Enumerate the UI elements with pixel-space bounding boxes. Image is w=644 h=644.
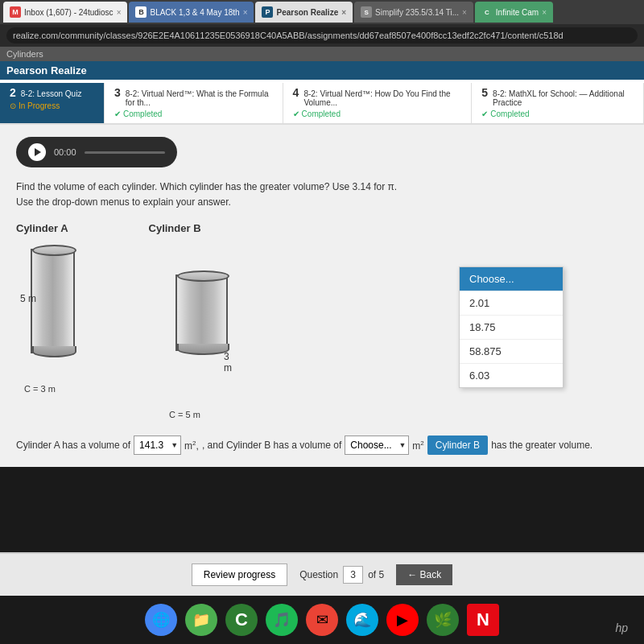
volume-a-select-wrapper[interactable]: 141.3 (134, 436, 181, 455)
answer-middle: , and Cylinder B has a volume of (202, 440, 341, 451)
lesson-tab-2[interactable]: 2 8-2: Lesson Quiz ⊙ In Progress (0, 83, 105, 123)
tab-pearson-label: Pearson Realize (276, 8, 338, 17)
lesson-title: Pearson Realize (6, 64, 87, 76)
page-header: Cylinders (0, 47, 644, 61)
tab-2-num: 2 (10, 86, 16, 99)
lesson-tabs: 2 8-2: Lesson Quiz ⊙ In Progress 3 8-2: … (0, 80, 644, 123)
cylinder-b-height-label: 3 m (224, 351, 233, 374)
taskbar-netflix[interactable]: N (467, 604, 499, 636)
tab-2-status: ⊙ In Progress (10, 101, 94, 110)
question-label: Question (299, 569, 338, 580)
page-header-text: Cylinders (6, 49, 43, 59)
close-tab-simplify[interactable]: × (462, 8, 467, 17)
tab-gmail-label: Inbox (1,607) - 24tudiosc (24, 8, 114, 17)
cylinder-labels: Cylinder A Cylinder B (16, 222, 628, 234)
play-icon (35, 148, 41, 156)
black-icon: B (135, 6, 147, 18)
taskbar-chrome[interactable]: 🌐 (145, 604, 177, 636)
cylinder-b-bottom (177, 344, 229, 355)
units-b: m2 (412, 440, 423, 452)
audio-player[interactable]: 00:00 (16, 137, 177, 167)
dropdown-option-58-875[interactable]: 58.875 (460, 340, 563, 364)
hp-logo: hp (615, 621, 628, 634)
cylinder-b-button[interactable]: Cylinder B (427, 436, 488, 455)
tab-black-label: BLACK 1,3 & 4 May 18th (150, 8, 239, 17)
tab-infinite-label: Infinite Cam (496, 8, 539, 17)
tab-pearson[interactable]: P Pearson Realize × (255, 2, 353, 23)
taskbar-spotify[interactable]: 🎵 (266, 604, 298, 636)
question-number-box: 3 (343, 566, 363, 584)
volume-b-select[interactable]: Choose... 2.01 18.75 58.875 6.03 (345, 436, 409, 455)
tab-simplify[interactable]: S Simplify 235.5/3.14 Ti... × (354, 2, 473, 23)
cylinder-b-shape (175, 275, 228, 351)
taskbar-browser2[interactable]: 🌊 (346, 604, 378, 636)
question-line-1: Find the volume of each cylinder. Which … (16, 180, 628, 195)
taskbar-gmail[interactable]: ✉ (306, 604, 338, 636)
volume-b-select-wrapper[interactable]: Choose... 2.01 18.75 58.875 6.03 (345, 436, 409, 455)
volume-a-select[interactable]: 141.3 (134, 436, 181, 455)
dropdown-menu[interactable]: Choose... 2.01 18.75 58.875 6.03 (459, 266, 564, 388)
taskbar-youtube[interactable]: ▶ (386, 604, 419, 636)
close-tab-black[interactable]: × (243, 8, 248, 17)
taskbar-files[interactable]: 📁 (185, 604, 217, 636)
cylinder-a-top (32, 245, 76, 256)
lesson-title-bar: Pearson Realize (0, 61, 644, 80)
lesson-tab-4[interactable]: 4 8-2: Virtual Nerd™: How Do You Find th… (283, 83, 473, 123)
question-text: Find the volume of each cylinder. Which … (16, 180, 628, 210)
cylinder-a-bottom (32, 346, 76, 357)
dropdown-option-choose[interactable]: Choose... (460, 267, 563, 291)
of-label: of 5 (368, 569, 384, 580)
close-tab-pearson[interactable]: × (341, 8, 346, 17)
tab-infinite[interactable]: C Infinite Cam × (475, 2, 553, 23)
back-button[interactable]: ← Back (396, 564, 452, 585)
tab-4-num: 4 (293, 86, 299, 99)
simplify-icon: S (361, 6, 372, 18)
tab-4-name: 8-2: Virtual Nerd™: How Do You Find the … (303, 89, 461, 107)
close-tab-gmail[interactable]: × (117, 8, 122, 17)
answer-row: Cylinder A has a volume of 141.3 m2, , a… (16, 436, 628, 455)
lesson-nav: Pearson Realize 2 8-2: Lesson Quiz ⊙ In … (0, 61, 644, 125)
cylinder-b-top (177, 270, 229, 282)
lesson-tab-3[interactable]: 3 8-2: Virtual Nerd™: What is the Formul… (105, 83, 283, 123)
browser-tabs: M Inbox (1,607) - 24tudiosc × B BLACK 1,… (0, 0, 644, 24)
cylinders-section: 5 m C = 3 m 3 m C = 5 m Choose... 2.01 (16, 242, 628, 419)
clock-icon: ⊙ (10, 101, 16, 110)
taskbar-canvas[interactable]: C (225, 604, 258, 636)
cylinder-a: 5 m C = 3 m (24, 242, 80, 394)
taskbar: 🌐 📁 C 🎵 ✉ 🌊 ▶ 🌿 N hp (0, 596, 644, 644)
cylinder-a-height-label: 5 m (20, 293, 36, 304)
cylinder-a-circumference: C = 3 m (24, 384, 80, 394)
pearson-icon: P (262, 6, 273, 18)
cylinder-b-label: Cylinder B (149, 222, 201, 234)
gmail-icon: M (10, 6, 21, 18)
tab-2-name: 8-2: Lesson Quiz (21, 89, 82, 98)
audio-time: 00:00 (54, 147, 76, 157)
address-bar (0, 24, 644, 47)
lesson-tab-5[interactable]: 5 8-2: MathXL for School: — Additional P… (472, 83, 644, 123)
review-progress-button[interactable]: Review progress (192, 564, 287, 586)
tab-black[interactable]: B BLACK 1,3 & 4 May 18th × (129, 2, 254, 23)
question-line-2: Use the drop-down menus to explain your … (16, 195, 628, 210)
tab-5-num: 5 (481, 86, 488, 99)
cylinder-a-label: Cylinder A (16, 222, 68, 234)
taskbar-app[interactable]: 🌿 (427, 604, 459, 636)
address-input[interactable] (6, 27, 638, 43)
tab-3-status: ✔ Completed (114, 109, 273, 118)
dropdown-option-2-01[interactable]: 2.01 (460, 291, 563, 316)
cylinder-b-circumference: C = 5 m (169, 410, 233, 419)
tab-3-num: 3 (114, 86, 121, 99)
tab-4-status: ✔ Completed (293, 109, 462, 118)
cylinder-b: 3 m C = 5 m (169, 242, 233, 419)
close-tab-infinite[interactable]: × (542, 8, 547, 17)
dropdown-option-18-75[interactable]: 18.75 (460, 316, 563, 340)
play-button[interactable] (28, 143, 46, 161)
audio-progress-bar[interactable] (85, 151, 165, 154)
answer-suffix: has the greater volume. (491, 440, 592, 451)
tab-gmail[interactable]: M Inbox (1,607) - 24tudiosc × (3, 2, 127, 23)
infinite-icon: C (481, 6, 493, 18)
check-icon-5: ✔ (481, 109, 488, 118)
question-info: Question 3 of 5 (299, 566, 384, 584)
check-icon-4: ✔ (293, 109, 299, 118)
dropdown-option-6-03[interactable]: 6.03 (460, 364, 563, 387)
units-a: m2, (184, 440, 199, 452)
